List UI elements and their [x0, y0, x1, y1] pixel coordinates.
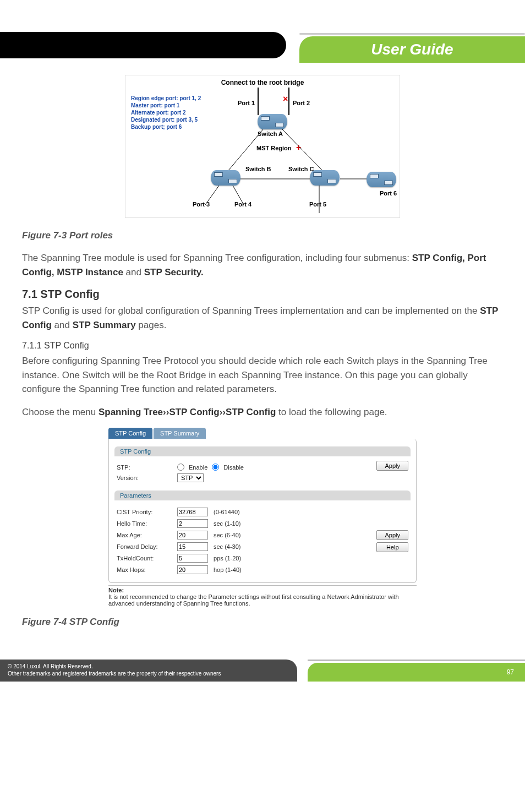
port3-label: Port 3 [193, 201, 210, 208]
max-age-input[interactable] [177, 531, 208, 539]
menu-path-c: to load the following page. [278, 407, 387, 417]
hello-time-hint: sec (1-10) [214, 520, 241, 527]
txholdcount-label: TxHoldCount: [117, 555, 177, 562]
figure-7-4-caption: Figure 7-4 STP Config [22, 617, 503, 628]
forward-delay-hint: sec (4-30) [214, 543, 241, 550]
apply-button-1[interactable]: Apply [376, 461, 408, 471]
stp-enable-label: Enable [189, 464, 207, 471]
intro-part1: The Spanning Tree module is used for Spa… [22, 253, 412, 263]
intro-paragraph: The Spanning Tree module is used for Spa… [22, 251, 503, 279]
cist-priority-hint: (0-61440) [214, 509, 240, 515]
legend-line: Master port: port 1 [131, 102, 201, 109]
section-7-1-body: STP Config is used for global configurat… [22, 304, 503, 332]
diagram-root-title: Connect to the root bridge [221, 79, 304, 86]
switch-b-icon [211, 170, 240, 186]
page-footer: © 2014 Luxul. All Rights Reserved. Other… [0, 660, 525, 685]
red-x-icon: × [283, 94, 292, 103]
sec71-e: pages. [138, 320, 166, 330]
txholdcount-input[interactable] [177, 554, 208, 563]
switch-a-label: Switch A [258, 130, 283, 137]
version-label: Version: [117, 475, 177, 481]
header-gray-line [299, 33, 525, 35]
sec71-c: and [54, 320, 73, 330]
panel-section-parameters: Parameters [114, 491, 411, 500]
port5-label: Port 5 [309, 201, 326, 208]
max-age-hint: sec (6-40) [214, 532, 241, 538]
stp-config-screenshot: STP Config STP Summary STP Config STP: E… [108, 428, 417, 607]
max-hops-hint: hop (1-40) [214, 566, 242, 573]
sec71-a: STP Config is used for global configurat… [22, 306, 480, 316]
menu-path-b: Spanning Tree››STP Config››STP Config [99, 407, 276, 417]
footer-copyright: © 2014 Luxul. All Rights Reserved. [8, 663, 289, 670]
port6-switch-icon [367, 172, 396, 187]
port2-label: Port 2 [293, 100, 310, 106]
txholdcount-hint: pps (1-20) [214, 555, 241, 562]
port4-label: Port 4 [234, 201, 251, 208]
footer-gray-line [308, 660, 525, 661]
legend-line: Designated port: port 3, 5 [131, 116, 201, 123]
max-hops-label: Max Hops: [117, 566, 177, 573]
header-title: User Guide [371, 41, 453, 58]
panel-section-stp-config: STP Config [114, 446, 411, 456]
intro-bold2: STP Security. [144, 267, 204, 277]
red-plus-icon: + [296, 143, 305, 151]
menu-path-a: Choose the menu [22, 407, 99, 417]
diagram-legend: Region edge port: port 1, 2 Master port:… [131, 95, 201, 130]
port6-label: Port 6 [380, 190, 397, 197]
section-7-1-1-body: Before configuring Spanning Tree Protoco… [22, 354, 503, 396]
tab-stp-config[interactable]: STP Config [108, 428, 152, 439]
stp-label: STP: [117, 464, 177, 471]
intro-and: and [126, 267, 144, 277]
mst-region-label: MST Region [256, 145, 292, 151]
switch-b-label: Switch B [245, 166, 271, 172]
version-select[interactable]: STP [177, 473, 204, 482]
switch-c-icon [310, 170, 340, 186]
cist-priority-label: CIST Priority: [117, 509, 177, 515]
note-title: Note: [108, 587, 124, 593]
tab-stp-summary[interactable]: STP Summary [154, 428, 206, 439]
menu-path-paragraph: Choose the menu Spanning Tree››STP Confi… [22, 405, 503, 419]
stp-enable-radio[interactable] [177, 464, 184, 471]
footer-dark-shape: © 2014 Luxul. All Rights Reserved. Other… [0, 660, 297, 682]
legend-line: Alternate port: port 2 [131, 109, 201, 116]
footer-trademarks: Other trademarks and registered trademar… [8, 670, 289, 677]
page-number: 97 [507, 668, 514, 676]
hello-time-input[interactable] [177, 519, 208, 528]
max-hops-input[interactable] [177, 565, 208, 574]
switch-c-label: Switch C [288, 166, 314, 172]
port1-label: Port 1 [238, 100, 255, 106]
help-button[interactable]: Help [376, 542, 408, 552]
section-7-1-heading: 7.1 STP Config [22, 288, 503, 301]
note-body: It is not recommended to change the Para… [108, 593, 399, 607]
page-header: User Guide [0, 32, 525, 65]
forward-delay-input[interactable] [177, 542, 208, 551]
header-black-shape [0, 32, 286, 58]
apply-button-2[interactable]: Apply [376, 530, 408, 540]
section-7-1-1-heading: 7.1.1 STP Config [22, 341, 503, 351]
legend-line: Region edge port: port 1, 2 [131, 95, 201, 102]
sec71-d: STP Summary [73, 320, 136, 330]
forward-delay-label: Forward Delay: [117, 543, 177, 550]
note-section: Note: It is not recommended to change th… [108, 585, 417, 607]
max-age-label: Max Age: [117, 532, 177, 538]
footer-green-shape: 97 [308, 663, 525, 682]
figure-7-3-caption: Figure 7-3 Port roles [22, 230, 503, 241]
legend-line: Backup port; port 6 [131, 123, 201, 130]
stp-disable-label: Disable [223, 464, 244, 471]
stp-disable-radio[interactable] [212, 464, 219, 471]
cist-priority-input[interactable] [177, 508, 208, 516]
header-green-shape: User Guide [299, 36, 525, 63]
port-roles-diagram: Connect to the root bridge Region edge p… [125, 75, 400, 218]
switch-a-icon [258, 114, 287, 129]
hello-time-label: Hello Time: [117, 520, 177, 527]
